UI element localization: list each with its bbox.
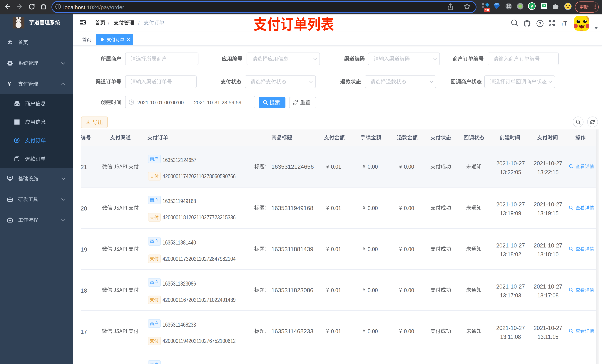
svg-text:y: y [531, 4, 533, 9]
svg-text:?: ? [538, 21, 541, 26]
svg-text:10: 10 [485, 8, 489, 12]
